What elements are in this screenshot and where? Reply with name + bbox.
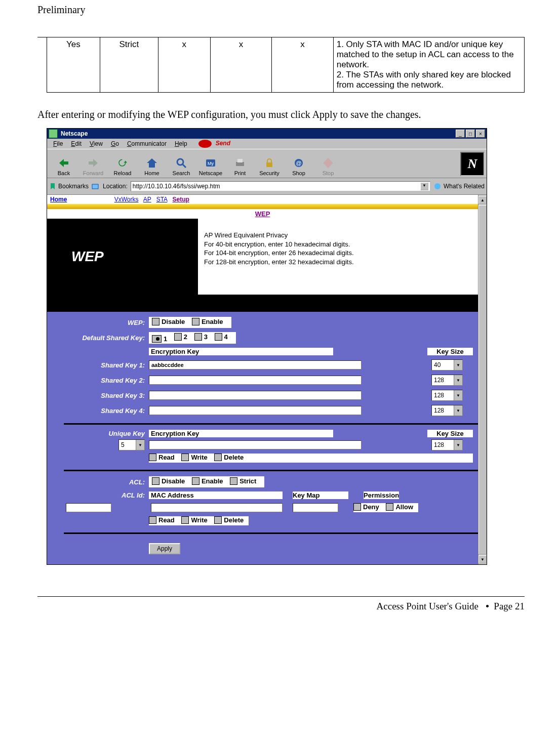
key-map-input[interactable] bbox=[293, 503, 338, 512]
menu-view[interactable]: View bbox=[87, 140, 106, 148]
hero-line: AP Wired Equivalent Privacy bbox=[204, 231, 472, 240]
menu-communicator[interactable]: Communicator bbox=[124, 140, 170, 148]
page-header: Preliminary bbox=[37, 4, 525, 16]
dsk-4-radio[interactable]: 4 bbox=[215, 333, 228, 341]
home-button[interactable]: Home bbox=[137, 157, 167, 176]
acl-enable-radio[interactable]: Enable bbox=[192, 477, 223, 485]
shared-key-1-input[interactable] bbox=[149, 360, 362, 369]
home-icon bbox=[145, 157, 158, 169]
back-button[interactable]: Back bbox=[49, 157, 78, 176]
acl-strict-radio[interactable]: Strict bbox=[230, 477, 256, 485]
link-ap[interactable]: AP bbox=[143, 196, 151, 203]
dsk-2-radio[interactable]: 2 bbox=[174, 333, 187, 341]
shop-button[interactable]: @ Shop bbox=[284, 157, 313, 176]
dsk-3-radio[interactable]: 3 bbox=[194, 333, 208, 341]
maximize-button[interactable]: □ bbox=[466, 130, 475, 138]
footer-page: Page 21 bbox=[494, 601, 525, 611]
perm-deny-radio[interactable]: Deny bbox=[353, 503, 379, 511]
security-button[interactable]: Security bbox=[255, 157, 284, 176]
black-spacer bbox=[47, 295, 478, 312]
search-icon bbox=[175, 157, 188, 169]
acl-id-input[interactable] bbox=[66, 503, 111, 512]
uk-delete-radio[interactable]: Delete bbox=[214, 454, 244, 461]
search-button[interactable]: Search bbox=[167, 157, 196, 176]
reload-button[interactable]: Reload bbox=[108, 157, 137, 176]
back-icon bbox=[57, 157, 70, 169]
related-icon bbox=[433, 183, 442, 190]
toolbar: Back Forward Reload Home Search My Netsc… bbox=[47, 149, 487, 178]
footer-guide: Access Point User's Guide bbox=[377, 601, 478, 611]
netscape-button[interactable]: My Netscape bbox=[196, 157, 225, 176]
acl-read-radio[interactable]: Read bbox=[149, 516, 175, 524]
location-drag-icon[interactable] bbox=[92, 183, 100, 190]
lock-icon bbox=[263, 157, 276, 169]
bookmarks-button[interactable]: Bookmarks bbox=[49, 183, 89, 190]
close-button[interactable]: × bbox=[476, 130, 485, 138]
shared-key-3-input[interactable] bbox=[149, 391, 362, 400]
whats-related-button[interactable]: What's Related bbox=[433, 183, 485, 190]
unique-key-input[interactable] bbox=[149, 440, 362, 449]
unique-key-size-select[interactable]: 128▼ bbox=[431, 439, 463, 450]
stop-button[interactable]: Stop bbox=[313, 157, 343, 176]
bookmarks-label: Bookmarks bbox=[58, 183, 89, 190]
shared-key-2-size-select[interactable]: 128▼ bbox=[431, 375, 463, 386]
acl-delete-radio[interactable]: Delete bbox=[214, 516, 244, 524]
print-button[interactable]: Print bbox=[225, 157, 255, 176]
link-home[interactable]: Home bbox=[50, 196, 67, 203]
vertical-scrollbar[interactable]: ▲ ▼ bbox=[478, 195, 487, 564]
link-setup[interactable]: Setup bbox=[172, 196, 189, 203]
chevron-down-icon: ▼ bbox=[454, 375, 462, 385]
location-input[interactable]: http://10.10.10.46/fs/ssi/wep.htm ▼ bbox=[131, 181, 430, 191]
menu-help[interactable]: Help bbox=[172, 140, 190, 148]
chevron-down-icon: ▼ bbox=[454, 405, 462, 416]
stop-icon bbox=[322, 157, 335, 169]
shared-key-2-input[interactable] bbox=[149, 376, 362, 385]
location-dropdown-button[interactable]: ▼ bbox=[420, 182, 428, 190]
svg-line-4 bbox=[183, 165, 186, 168]
netscape-logo: N bbox=[460, 152, 485, 176]
cell-x3: x bbox=[272, 37, 333, 93]
perm-allow-radio[interactable]: Allow bbox=[386, 503, 413, 511]
menu-go[interactable]: Go bbox=[108, 140, 122, 148]
shared-key-1-size-select[interactable]: 40▼ bbox=[431, 359, 463, 371]
minimize-button[interactable]: _ bbox=[456, 130, 465, 138]
uk-read-radio[interactable]: Read bbox=[149, 454, 175, 461]
scroll-up-button[interactable]: ▲ bbox=[478, 196, 487, 204]
shared-key-4-input[interactable] bbox=[149, 406, 362, 415]
toolbar-label: Reload bbox=[114, 170, 132, 176]
mynetscape-icon: My bbox=[204, 157, 217, 169]
acl-write-radio[interactable]: Write bbox=[181, 516, 207, 524]
svg-text:@: @ bbox=[296, 160, 301, 166]
page-nav-links: Home VxWorks AP STA Setup bbox=[47, 195, 478, 204]
svg-marker-0 bbox=[59, 159, 68, 167]
table-row: Yes Strict x x x 1. Only STA with MAC ID… bbox=[47, 37, 525, 93]
toolbar-label: Search bbox=[173, 170, 190, 176]
forward-button[interactable]: Forward bbox=[78, 157, 108, 176]
shared-key-4-size-select[interactable]: 128▼ bbox=[431, 405, 463, 416]
wep-enable-radio[interactable]: Enable bbox=[192, 318, 223, 325]
dsk-1-radio[interactable]: 1 bbox=[152, 335, 167, 343]
acl-disable-radio[interactable]: Disable bbox=[152, 477, 185, 485]
shared-key-3-size-select[interactable]: 128▼ bbox=[431, 390, 463, 401]
encryption-key-header: Encryption Key bbox=[149, 348, 333, 355]
send-icon bbox=[198, 140, 212, 148]
send-button[interactable]: Send bbox=[195, 139, 236, 148]
mac-address-input[interactable] bbox=[151, 503, 283, 512]
menu-file[interactable]: File bbox=[50, 140, 66, 148]
uk-write-radio[interactable]: Write bbox=[181, 454, 207, 461]
toolbar-label: Back bbox=[58, 170, 70, 176]
link-wep[interactable]: WEP bbox=[255, 210, 270, 218]
chevron-down-icon: ▼ bbox=[136, 440, 144, 450]
scroll-down-button[interactable]: ▼ bbox=[478, 555, 487, 563]
link-vxworks[interactable]: VxWorks bbox=[114, 196, 139, 203]
menu-edit[interactable]: Edit bbox=[68, 140, 85, 148]
link-sta[interactable]: STA bbox=[156, 196, 168, 203]
chevron-down-icon: ▼ bbox=[454, 360, 462, 370]
wep-disable-radio[interactable]: Disable bbox=[152, 318, 185, 325]
unique-key-index-select[interactable]: 5▼ bbox=[118, 439, 145, 450]
wep-label: WEP: bbox=[64, 319, 149, 326]
svg-marker-2 bbox=[147, 158, 157, 168]
scroll-thumb[interactable] bbox=[478, 205, 487, 554]
apply-button[interactable]: Apply bbox=[149, 543, 180, 554]
bookmarks-icon bbox=[49, 183, 56, 190]
